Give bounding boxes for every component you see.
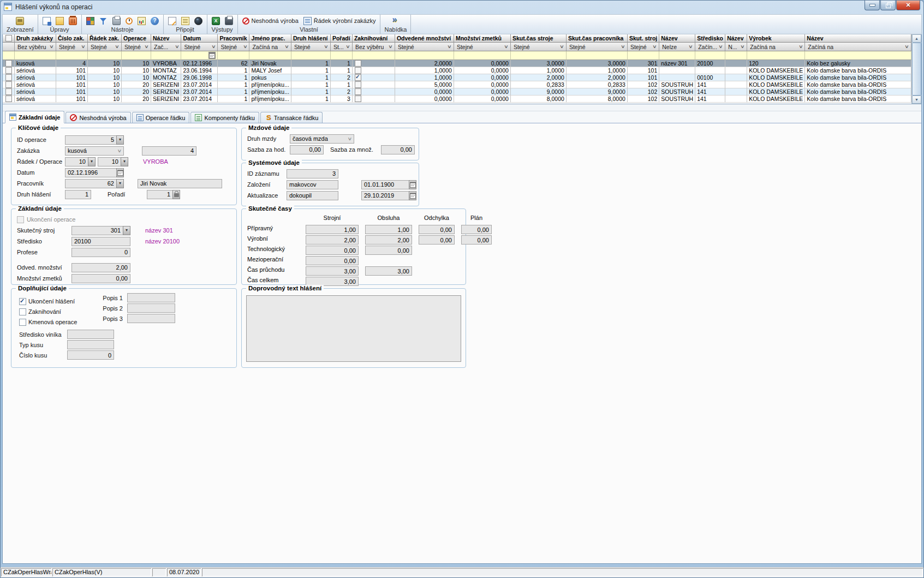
filter-select-nazev_stroj[interactable]: Nelze∨ — [661, 43, 693, 51]
column-header-operace[interactable]: Operace — [122, 34, 151, 43]
cell-druh_zakazky[interactable]: sériová — [15, 88, 56, 96]
toolbar-button-chart[interactable] — [137, 17, 146, 25]
toolbar-button-help[interactable] — [150, 17, 159, 25]
druh-hlaseni-field[interactable]: 1 — [65, 190, 91, 199]
cell-odvedene[interactable]: 5,0000 — [395, 81, 454, 88]
column-header-zaknihovani[interactable]: Zaknihování — [353, 34, 395, 43]
profese-field[interactable]: 0 — [71, 248, 130, 257]
casy-field-mezioperacni-0[interactable]: 0,00 — [306, 256, 359, 265]
cell-cas_prac[interactable]: 2,0000 — [567, 74, 628, 81]
operace-field[interactable]: 10 — [98, 157, 121, 166]
popis-2-field[interactable] — [127, 303, 175, 313]
filter-input-nazev_vyr[interactable] — [805, 51, 911, 60]
cell-nazev_str[interactable] — [725, 88, 747, 96]
zaknihovani-checkbox[interactable] — [355, 67, 361, 74]
cell-cislo_zak[interactable]: 101 — [56, 81, 88, 88]
cell-nazev_op[interactable]: SERIZENI — [151, 88, 181, 96]
cell-druh_hlaseni[interactable]: 1 — [291, 74, 331, 81]
filter-input-skut_stroj[interactable] — [628, 51, 659, 60]
row-select-checkbox[interactable] — [5, 67, 12, 74]
filter-input-operace[interactable] — [122, 51, 151, 60]
toolbar-button-doc-edit[interactable] — [55, 17, 64, 25]
toolbar-button-radek-vyrobni-zakazky[interactable]: Řádek výrobní zakázky — [303, 17, 377, 25]
filter-select-nazev_op[interactable]: Zač...∨ — [153, 43, 179, 51]
cell-zaknihovani[interactable] — [353, 81, 395, 88]
cell-nazev_stroj[interactable]: SOUSTRUH — [659, 96, 695, 103]
doprovodny-text-area[interactable] — [246, 295, 461, 362]
cell-stredisko[interactable]: 141 — [695, 96, 725, 103]
zaknihovani-checkbox[interactable] — [19, 308, 26, 315]
pracovnik-spin-button[interactable]: ▾ — [116, 179, 124, 188]
ukonceni-hlaseni-checkbox[interactable] — [19, 298, 26, 305]
scroll-up-button[interactable]: ▲ — [912, 34, 921, 43]
cell-nazev_stroj[interactable] — [659, 67, 695, 74]
popis-1-field[interactable] — [127, 293, 175, 302]
cell-cas_stroje[interactable]: 2,0000 — [511, 74, 567, 81]
column-header-poradi[interactable]: Pořadí — [331, 34, 353, 43]
cell-druh_zakazky[interactable]: kusová — [15, 60, 56, 67]
filter-select-zaknihovani[interactable]: Bez výběru∨ — [354, 43, 393, 51]
filter-input-stredisko[interactable] — [695, 51, 725, 60]
filter-select-cislo_zak[interactable]: Stejné∨ — [58, 43, 86, 51]
cell-vyrobek[interactable]: KOLO DAMSKEBILE — [747, 96, 805, 103]
casy-field-technologicky-0[interactable]: 0,00 — [306, 246, 359, 255]
filter-select-operace[interactable]: Stejné∨ — [123, 43, 149, 51]
cell-pracovnik[interactable]: 62 — [218, 60, 249, 67]
cell-jmeno_prac[interactable]: MALY Josef — [249, 67, 291, 74]
id-zaznamu-field[interactable]: 3 — [287, 169, 338, 178]
stredisko-field[interactable]: 20100 — [71, 237, 130, 246]
cell-cislo_zak[interactable]: 101 — [56, 74, 88, 81]
filter-input-cas_stroje[interactable] — [511, 51, 567, 60]
cell-cas_stroje[interactable]: 1,0000 — [511, 67, 567, 74]
column-header-cas_prac[interactable]: Skut.čas pracovníka — [567, 34, 628, 43]
cell-vyrobek[interactable]: KOLO DAMSKEBILE — [747, 74, 805, 81]
cell-nazev_str[interactable] — [725, 81, 747, 88]
cell-cas_prac[interactable]: 3,0000 — [567, 60, 628, 67]
cell-operace[interactable]: 10 — [122, 60, 151, 67]
filter-select-zmetky[interactable]: Stejné∨ — [456, 43, 509, 51]
cell-cas_prac[interactable]: 8,0000 — [567, 96, 628, 103]
cislo-kusu-field[interactable]: 0 — [67, 350, 114, 360]
typ-kusu-field[interactable] — [67, 340, 114, 349]
zaknihovani-checkbox[interactable] — [355, 60, 361, 67]
stredisko-vinika-field[interactable] — [67, 330, 114, 339]
cell-druh_zakazky[interactable]: sériová — [15, 67, 56, 74]
filter-input-druh_zakazky[interactable] — [15, 51, 56, 60]
column-header-cas_stroje[interactable]: Skut.čas stroje — [511, 34, 567, 43]
cell-nazev_str[interactable] — [725, 60, 747, 67]
filter-select-odvedene[interactable]: Stejné∨ — [397, 43, 452, 51]
cell-nazev_vyr[interactable]: Kolo damske barva bila-ORDIS — [805, 67, 911, 74]
column-header-pracovnik[interactable]: Pracovník — [218, 34, 249, 43]
cell-vyrobek[interactable]: 120 — [747, 60, 805, 67]
cell-cislo_zak[interactable]: 101 — [56, 67, 88, 74]
cell-zmetky[interactable]: 0,0000 — [454, 88, 511, 96]
cell-cas_stroje[interactable]: 9,0000 — [511, 88, 567, 96]
pracovnik-jmeno-field[interactable]: Jiri Novak — [138, 179, 222, 188]
poradi-field[interactable]: 1 — [147, 190, 173, 199]
select-all-checkbox[interactable] — [5, 35, 12, 41]
cell-radek_zak[interactable]: 10 — [88, 74, 122, 81]
cell-druh_hlaseni[interactable]: 1 — [291, 88, 331, 96]
cell-cas_stroje[interactable]: 3,0000 — [511, 60, 567, 67]
cell-nazev_op[interactable]: SERIZENI — [151, 96, 181, 103]
popis-3-field[interactable] — [127, 314, 175, 323]
cell-pracovnik[interactable]: 1 — [218, 67, 249, 74]
cell-zmetky[interactable]: 0,0000 — [454, 60, 511, 67]
filter-select-vyrobek[interactable]: Začíná na∨ — [749, 43, 803, 51]
table-row[interactable]: sériová1011020SERIZENI23.07.20141příjmen… — [3, 81, 911, 88]
filter-select-nazev_str[interactable]: N...∨ — [727, 43, 745, 51]
cell-nazev_op[interactable]: MONTAZ — [151, 67, 181, 74]
column-header-radek_zak[interactable]: Řádek zak. — [88, 34, 122, 43]
filter-select-druh_hlaseni[interactable]: Stejné∨ — [293, 43, 329, 51]
cell-zmetky[interactable]: 0,0000 — [454, 67, 511, 74]
cell-zaknihovani[interactable] — [353, 60, 395, 67]
tab-operace-radku[interactable]: Operace řádku — [132, 112, 190, 123]
filter-input-jmeno_prac[interactable] — [249, 51, 291, 60]
filter-calendar-button[interactable] — [208, 52, 216, 59]
cell-pracovnik[interactable]: 1 — [218, 74, 249, 81]
column-header-druh_zakazky[interactable]: Druh zakázky — [15, 34, 56, 43]
tab-zakladni-udaje[interactable]: Základní údaje — [5, 111, 64, 123]
toolbar-button-note-edit[interactable] — [168, 17, 177, 25]
filter-select-poradi[interactable]: St...∨ — [332, 43, 350, 51]
cell-radek_zak[interactable]: 10 — [88, 88, 122, 96]
